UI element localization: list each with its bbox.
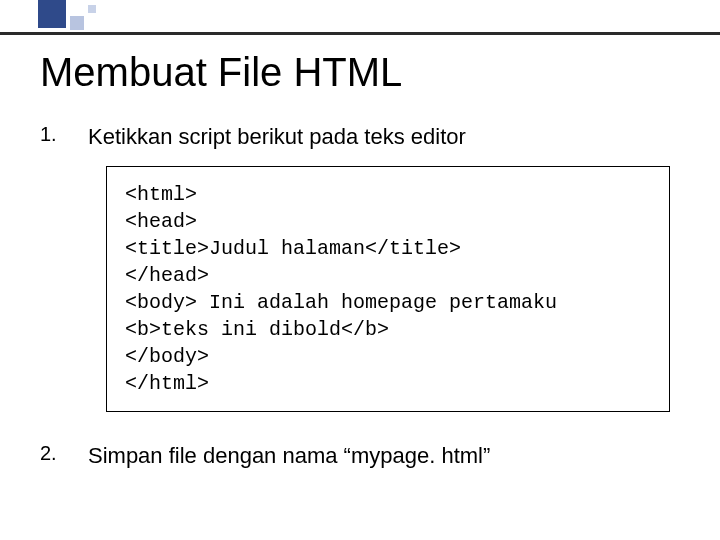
deco-bar bbox=[0, 32, 720, 35]
list-item: 1. Ketikkan script berikut pada teks edi… bbox=[40, 123, 680, 152]
list-item: 2. Simpan file dengan nama “mypage. html… bbox=[40, 442, 680, 471]
code-block-wrap: <html> <head> <title>Judul halaman</titl… bbox=[106, 166, 670, 412]
item-number: 1. bbox=[40, 123, 88, 146]
deco-square-large bbox=[38, 0, 66, 28]
deco-square-medium bbox=[70, 16, 84, 30]
slide-title: Membuat File HTML bbox=[40, 50, 680, 95]
item-text: Ketikkan script berikut pada teks editor bbox=[88, 123, 466, 152]
item-number: 2. bbox=[40, 442, 88, 465]
item-text: Simpan file dengan nama “mypage. html” bbox=[88, 442, 490, 471]
deco-square-small bbox=[88, 5, 96, 13]
code-block: <html> <head> <title>Judul halaman</titl… bbox=[106, 166, 670, 412]
corner-decoration bbox=[0, 0, 140, 40]
slide-content: Membuat File HTML 1. Ketikkan script ber… bbox=[40, 50, 680, 484]
